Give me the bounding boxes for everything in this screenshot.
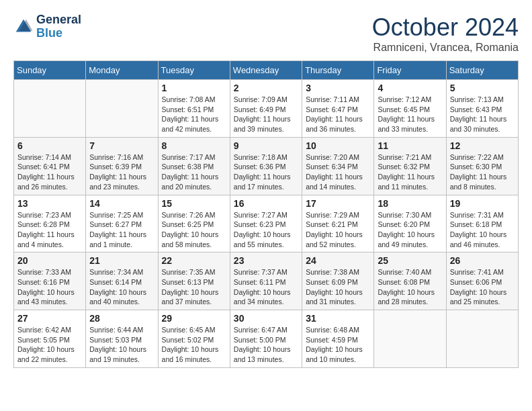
calendar-day-cell: 28Sunrise: 6:44 AM Sunset: 5:03 PM Dayli…	[86, 310, 158, 368]
day-number: 10	[306, 140, 370, 151]
calendar-day-cell: 22Sunrise: 7:35 AM Sunset: 6:13 PM Dayli…	[158, 253, 230, 310]
calendar-day-cell: 5Sunrise: 7:13 AM Sunset: 6:43 PM Daylig…	[446, 80, 518, 138]
calendar-day-cell: 17Sunrise: 7:29 AM Sunset: 6:21 PM Dayli…	[302, 195, 374, 253]
day-info: Sunrise: 7:26 AM Sunset: 6:25 PM Dayligh…	[162, 210, 226, 250]
day-info: Sunrise: 7:16 AM Sunset: 6:39 PM Dayligh…	[89, 152, 154, 192]
day-number: 27	[17, 313, 82, 324]
day-number: 31	[306, 313, 370, 324]
day-number: 21	[89, 255, 154, 266]
day-number: 19	[450, 198, 515, 209]
calendar-week-row: 13Sunrise: 7:23 AM Sunset: 6:28 PM Dayli…	[14, 195, 519, 253]
day-number: 16	[234, 198, 298, 209]
calendar-week-row: 27Sunrise: 6:42 AM Sunset: 5:05 PM Dayli…	[14, 310, 519, 368]
day-info: Sunrise: 7:09 AM Sunset: 6:49 PM Dayligh…	[234, 95, 298, 134]
calendar-day-cell: 3Sunrise: 7:11 AM Sunset: 6:47 PM Daylig…	[302, 80, 374, 138]
calendar-day-cell: 24Sunrise: 7:38 AM Sunset: 6:09 PM Dayli…	[302, 253, 374, 310]
day-number: 23	[234, 255, 298, 266]
calendar-day-cell: 16Sunrise: 7:27 AM Sunset: 6:23 PM Dayli…	[230, 195, 302, 253]
day-info: Sunrise: 7:11 AM Sunset: 6:47 PM Dayligh…	[306, 95, 370, 134]
logo-icon	[13, 17, 34, 37]
day-info: Sunrise: 7:18 AM Sunset: 6:36 PM Dayligh…	[234, 152, 298, 192]
day-number: 22	[162, 255, 226, 266]
logo-text: General Blue	[36, 13, 81, 40]
calendar-day-cell: 31Sunrise: 6:48 AM Sunset: 4:59 PM Dayli…	[302, 310, 374, 368]
day-number: 24	[306, 255, 370, 266]
day-info: Sunrise: 7:30 AM Sunset: 6:20 PM Dayligh…	[378, 210, 442, 250]
day-info: Sunrise: 7:21 AM Sunset: 6:32 PM Dayligh…	[378, 152, 442, 192]
weekday-header: Tuesday	[158, 61, 230, 80]
day-number: 1	[162, 83, 226, 93]
day-number: 5	[450, 83, 515, 93]
calendar-day-cell: 25Sunrise: 7:40 AM Sunset: 6:08 PM Dayli…	[374, 253, 446, 310]
day-number: 15	[162, 198, 226, 209]
day-info: Sunrise: 6:44 AM Sunset: 5:03 PM Dayligh…	[89, 325, 154, 365]
day-info: Sunrise: 7:29 AM Sunset: 6:21 PM Dayligh…	[306, 210, 370, 250]
calendar-week-row: 20Sunrise: 7:33 AM Sunset: 6:16 PM Dayli…	[14, 253, 519, 310]
calendar-day-cell: 8Sunrise: 7:17 AM Sunset: 6:38 PM Daylig…	[158, 137, 230, 195]
calendar-day-cell	[374, 310, 446, 368]
day-info: Sunrise: 7:12 AM Sunset: 6:45 PM Dayligh…	[378, 95, 442, 134]
location-subtitle: Ramniceni, Vrancea, Romania	[372, 42, 519, 54]
day-info: Sunrise: 7:08 AM Sunset: 6:51 PM Dayligh…	[162, 95, 226, 134]
day-number: 13	[17, 198, 82, 209]
calendar-day-cell: 10Sunrise: 7:20 AM Sunset: 6:34 PM Dayli…	[302, 137, 374, 195]
day-info: Sunrise: 6:47 AM Sunset: 5:00 PM Dayligh…	[234, 325, 298, 365]
day-number: 3	[306, 83, 370, 93]
calendar-day-cell: 13Sunrise: 7:23 AM Sunset: 6:28 PM Dayli…	[14, 195, 86, 253]
day-info: Sunrise: 7:41 AM Sunset: 6:06 PM Dayligh…	[450, 267, 515, 307]
weekday-header: Sunday	[14, 61, 86, 80]
day-info: Sunrise: 7:22 AM Sunset: 6:30 PM Dayligh…	[450, 152, 515, 192]
calendar-day-cell: 26Sunrise: 7:41 AM Sunset: 6:06 PM Dayli…	[446, 253, 518, 310]
calendar-day-cell: 9Sunrise: 7:18 AM Sunset: 6:36 PM Daylig…	[230, 137, 302, 195]
day-number: 8	[162, 140, 226, 151]
calendar-day-cell: 4Sunrise: 7:12 AM Sunset: 6:45 PM Daylig…	[374, 80, 446, 138]
title-block: October 2024 Ramniceni, Vrancea, Romania	[372, 13, 519, 54]
day-info: Sunrise: 7:27 AM Sunset: 6:23 PM Dayligh…	[234, 210, 298, 250]
calendar-day-cell: 27Sunrise: 6:42 AM Sunset: 5:05 PM Dayli…	[14, 310, 86, 368]
day-info: Sunrise: 7:25 AM Sunset: 6:27 PM Dayligh…	[89, 210, 154, 250]
weekday-header-row: SundayMondayTuesdayWednesdayThursdayFrid…	[14, 61, 519, 80]
day-number: 18	[378, 198, 442, 209]
day-number: 11	[378, 140, 442, 151]
calendar-day-cell: 1Sunrise: 7:08 AM Sunset: 6:51 PM Daylig…	[158, 80, 230, 138]
day-number: 30	[234, 313, 298, 324]
day-info: Sunrise: 6:48 AM Sunset: 4:59 PM Dayligh…	[306, 325, 370, 365]
calendar-day-cell: 7Sunrise: 7:16 AM Sunset: 6:39 PM Daylig…	[86, 137, 158, 195]
calendar-table: SundayMondayTuesdayWednesdayThursdayFrid…	[13, 60, 519, 368]
day-info: Sunrise: 7:33 AM Sunset: 6:16 PM Dayligh…	[17, 267, 82, 307]
calendar-day-cell: 6Sunrise: 7:14 AM Sunset: 6:41 PM Daylig…	[14, 137, 86, 195]
weekday-header: Wednesday	[230, 61, 302, 80]
logo: General Blue	[13, 13, 81, 40]
weekday-header: Monday	[86, 61, 158, 80]
calendar-day-cell: 29Sunrise: 6:45 AM Sunset: 5:02 PM Dayli…	[158, 310, 230, 368]
day-number: 28	[89, 313, 154, 324]
calendar-day-cell	[14, 80, 86, 138]
calendar-day-cell: 20Sunrise: 7:33 AM Sunset: 6:16 PM Dayli…	[14, 253, 86, 310]
calendar-day-cell: 30Sunrise: 6:47 AM Sunset: 5:00 PM Dayli…	[230, 310, 302, 368]
day-number: 2	[234, 83, 298, 93]
calendar-day-cell: 18Sunrise: 7:30 AM Sunset: 6:20 PM Dayli…	[374, 195, 446, 253]
day-number: 7	[89, 140, 154, 151]
calendar-day-cell: 21Sunrise: 7:34 AM Sunset: 6:14 PM Dayli…	[86, 253, 158, 310]
day-info: Sunrise: 7:13 AM Sunset: 6:43 PM Dayligh…	[450, 95, 515, 134]
day-info: Sunrise: 7:20 AM Sunset: 6:34 PM Dayligh…	[306, 152, 370, 192]
calendar-day-cell: 2Sunrise: 7:09 AM Sunset: 6:49 PM Daylig…	[230, 80, 302, 138]
day-number: 4	[378, 83, 442, 93]
logo-line1: General	[36, 13, 81, 27]
day-number: 9	[234, 140, 298, 151]
day-info: Sunrise: 7:38 AM Sunset: 6:09 PM Dayligh…	[306, 267, 370, 307]
day-info: Sunrise: 7:35 AM Sunset: 6:13 PM Dayligh…	[162, 267, 226, 307]
day-number: 6	[17, 140, 82, 151]
calendar-day-cell: 23Sunrise: 7:37 AM Sunset: 6:11 PM Dayli…	[230, 253, 302, 310]
weekday-header: Thursday	[302, 61, 374, 80]
calendar-day-cell	[446, 310, 518, 368]
calendar-day-cell: 19Sunrise: 7:31 AM Sunset: 6:18 PM Dayli…	[446, 195, 518, 253]
day-info: Sunrise: 7:31 AM Sunset: 6:18 PM Dayligh…	[450, 210, 515, 250]
month-title: October 2024	[372, 13, 519, 42]
calendar-week-row: 6Sunrise: 7:14 AM Sunset: 6:41 PM Daylig…	[14, 137, 519, 195]
weekday-header: Saturday	[446, 61, 518, 80]
weekday-header: Friday	[374, 61, 446, 80]
day-info: Sunrise: 7:37 AM Sunset: 6:11 PM Dayligh…	[234, 267, 298, 307]
calendar-day-cell: 12Sunrise: 7:22 AM Sunset: 6:30 PM Dayli…	[446, 137, 518, 195]
day-number: 25	[378, 255, 442, 266]
